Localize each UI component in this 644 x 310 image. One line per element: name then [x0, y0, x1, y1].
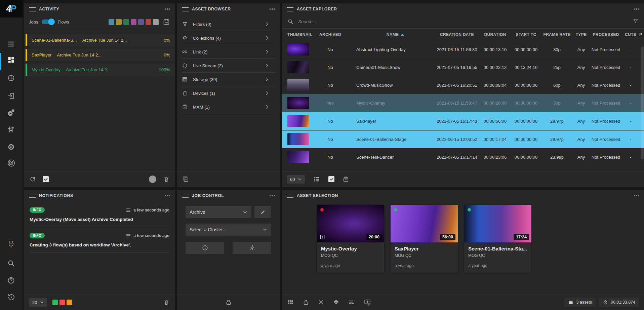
trash-icon[interactable] — [163, 299, 170, 306]
notification-item[interactable]: INFOa few seconds agoMystic-Overlay (Mov… — [30, 201, 169, 227]
col-duration[interactable]: DURATION — [480, 32, 511, 37]
activity-job-row[interactable]: Mystic-OverlayArchive Tue Jun 14 2...100… — [26, 64, 175, 76]
drag-handle-icon[interactable] — [182, 194, 189, 198]
cluster-select[interactable]: Select a Cluster... — [186, 224, 271, 236]
refresh-icon[interactable] — [29, 176, 36, 183]
edit-workflow-button[interactable] — [254, 206, 271, 218]
activity-job-row[interactable]: Scene-01-Ballerina-S...Archive Tue Jun 1… — [26, 34, 175, 46]
drag-handle-icon[interactable] — [29, 7, 36, 11]
lock-icon[interactable] — [225, 299, 232, 306]
asset-browser-item[interactable]: Filters (0) — [182, 17, 275, 31]
col-cuts[interactable]: CUTS — [622, 32, 639, 37]
level-swatch[interactable] — [59, 300, 65, 305]
panel-menu-icon[interactable] — [634, 195, 640, 196]
panel-menu-icon[interactable] — [270, 195, 275, 196]
list-view-icon[interactable] — [313, 176, 320, 183]
panel-menu-icon[interactable] — [165, 8, 170, 10]
run-job-button[interactable] — [233, 242, 271, 254]
legend-swatch[interactable] — [131, 19, 136, 25]
asset-browser-item[interactable]: Devices (1) — [182, 86, 275, 100]
asset-card[interactable]: 56:00SaxPlayerMOG QCa year ago — [391, 205, 458, 273]
help-icon[interactable] — [7, 276, 15, 284]
legend-swatch[interactable] — [153, 19, 159, 25]
asset-browser-item[interactable]: Link (2) — [182, 45, 275, 59]
schedule-job-button[interactable] — [186, 242, 224, 254]
restore-history-icon[interactable] — [7, 293, 15, 301]
exit-to-app-icon[interactable] — [7, 92, 15, 100]
legend-swatch[interactable] — [109, 19, 114, 25]
calendar-icon[interactable] — [163, 18, 170, 26]
col-type[interactable]: TYPE — [572, 32, 590, 37]
add-collection-icon[interactable] — [182, 176, 189, 183]
legend-swatch[interactable] — [146, 19, 151, 25]
asset-card[interactable]: 20:00Mystic-OverlayMOG QCa year ago — [317, 205, 384, 273]
col-partial[interactable]: P — [639, 32, 644, 37]
workflow-select[interactable]: Archive — [186, 206, 251, 218]
col-processed[interactable]: PROCESSED — [590, 32, 622, 37]
select-all-checkbox[interactable] — [328, 176, 334, 182]
table-row[interactable]: NoScene-01-Ballerina-Stage2021-06-15 12:… — [282, 130, 644, 148]
track-changes-icon[interactable] — [7, 159, 15, 167]
panel-menu-icon[interactable] — [270, 8, 275, 10]
asset-card[interactable]: 17:24Scene-01-Ballerina-Sta...MOG QCa ye… — [464, 205, 531, 273]
legend-swatch[interactable] — [116, 19, 122, 25]
activity-job-row[interactable]: SaxPlayerArchive Tue Jun 14 2...0% — [26, 49, 175, 61]
cell-name: Crowd-MusicShow — [356, 83, 434, 88]
lock-selection-icon[interactable] — [303, 299, 309, 306]
panel-menu-icon[interactable] — [634, 8, 640, 10]
tune-icon[interactable] — [7, 125, 15, 133]
legend-swatch[interactable] — [123, 19, 129, 25]
table-row[interactable]: YesMystic-Overlay2021-06-15 11:58:4700:0… — [282, 94, 644, 112]
asset-browser-item[interactable]: Storage (39) — [182, 73, 275, 86]
jobs-flows-toggle[interactable] — [42, 20, 54, 24]
services-gears-icon[interactable] — [7, 109, 15, 117]
mam-archive-icon[interactable] — [343, 176, 349, 183]
page-size-select[interactable]: 20 — [29, 298, 47, 307]
drag-handle-icon[interactable] — [287, 194, 293, 198]
run-icon — [249, 244, 255, 251]
disconnect-plug-icon[interactable] — [7, 240, 15, 248]
asset-browser-item[interactable]: Live Stream (2) — [182, 59, 275, 73]
grid-view-icon[interactable] — [287, 299, 294, 306]
panel-menu-icon[interactable] — [165, 195, 170, 196]
trash-icon[interactable] — [163, 176, 170, 183]
col-name[interactable]: NAME — [356, 32, 434, 37]
level-swatch[interactable] — [67, 300, 72, 305]
clear-selection-icon[interactable] — [318, 299, 324, 305]
cancel-jobs-icon[interactable] — [149, 176, 156, 183]
cell-archived: No — [314, 155, 346, 160]
drag-handle-icon[interactable] — [287, 7, 293, 11]
playlist-add-icon[interactable] — [348, 299, 355, 306]
asset-browser-item[interactable]: MAM (1) — [182, 100, 275, 114]
add-to-queue-icon[interactable] — [364, 299, 371, 306]
scrollbar[interactable] — [641, 46, 644, 159]
col-archived[interactable]: ARCHIVED — [314, 32, 346, 37]
drag-handle-icon[interactable] — [29, 194, 36, 198]
job-status-bar — [26, 34, 27, 46]
col-frame-rate[interactable]: FRAME RATE — [541, 32, 572, 37]
notification-item[interactable]: INFOa few seconds agoCreating 3 flow(s) … — [30, 227, 169, 253]
dashboard-icon[interactable] — [7, 56, 15, 64]
table-row[interactable]: NoCamera01-MusicShow2021-07-05 16:16:550… — [282, 59, 644, 76]
col-start-tc[interactable]: START TC — [511, 32, 541, 37]
level-swatch[interactable] — [52, 300, 58, 305]
page-size-select[interactable]: 60 — [287, 175, 305, 184]
table-row[interactable]: NoAbstract-Lighting-Overlay2021-06-15 11… — [282, 41, 644, 59]
settings-gear-icon[interactable] — [7, 143, 15, 151]
history-icon[interactable] — [7, 74, 15, 82]
select-all-checkbox[interactable] — [43, 176, 49, 182]
asset-browser-item[interactable]: Collections (4) — [182, 31, 275, 45]
col-thumbnail[interactable]: THUMBNAIL — [287, 32, 314, 37]
table-row[interactable]: NoScene-Test-Dancer2021-07-05 16:17:1400… — [282, 148, 644, 166]
search-icon[interactable] — [7, 259, 15, 267]
menu-icon[interactable] — [7, 40, 15, 48]
drag-handle-icon[interactable] — [182, 7, 189, 11]
search-input[interactable] — [297, 19, 629, 25]
job-detail: Archive Tue Jun 14 2... — [82, 38, 127, 43]
layers-icon[interactable] — [333, 299, 339, 306]
filter-icon[interactable] — [633, 18, 639, 25]
col-creation-date[interactable]: CREATION DATE — [434, 32, 480, 37]
table-row[interactable]: NoSaxPlayer2021-07-05 16:17:4300:00:56:0… — [282, 112, 644, 130]
legend-swatch[interactable] — [138, 19, 144, 25]
table-row[interactable]: NoCrowd-MusicShow2021-07-05 16:20:5100:0… — [282, 76, 644, 94]
